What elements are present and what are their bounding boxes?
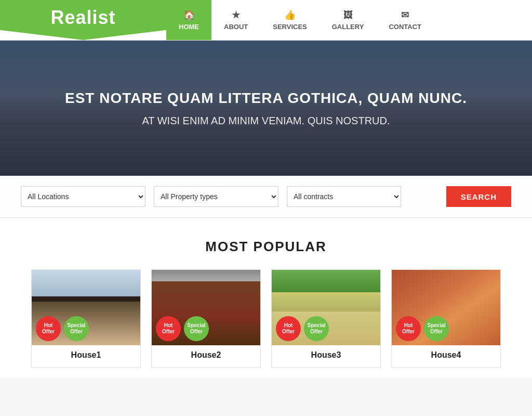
nav-home-label: HOME bbox=[179, 23, 199, 31]
nav-home[interactable]: 🏠 HOME bbox=[166, 0, 211, 40]
nav-about-label: ABOUT bbox=[224, 23, 248, 31]
nav-about[interactable]: ★ ABOUT bbox=[211, 0, 260, 40]
contact-icon: ✉ bbox=[401, 9, 409, 21]
property-name-1: House1 bbox=[38, 350, 134, 360]
services-icon: 👍 bbox=[284, 9, 296, 21]
locations-select[interactable]: All Locations bbox=[21, 186, 145, 207]
special-offer-badge-3: SpecialOffer bbox=[304, 316, 329, 341]
home-icon: 🏠 bbox=[183, 9, 195, 21]
most-popular-section: MOST POPULAR HotOffer SpecialOffer House… bbox=[0, 218, 532, 378]
badge-container-2: HotOffer SpecialOffer bbox=[156, 316, 209, 341]
hot-offer-badge-3: HotOffer bbox=[276, 316, 301, 341]
nav-gallery-label: GALLERY bbox=[332, 23, 364, 31]
section-title: MOST POPULAR bbox=[31, 239, 501, 255]
hot-offer-badge-1: HotOffer bbox=[36, 316, 61, 341]
badge-container-4: HotOffer SpecialOffer bbox=[396, 316, 449, 341]
nav-links: 🏠 HOME ★ ABOUT 👍 SERVICES 🖼 GALLERY ✉ CO… bbox=[166, 0, 532, 40]
hero-headline: EST NOTARE QUAM LITTERA GOTHICA, QUAM NU… bbox=[65, 90, 467, 107]
contracts-select[interactable]: All contracts bbox=[287, 186, 401, 207]
property-name-2: House2 bbox=[158, 350, 254, 360]
property-image-3: HotOffer SpecialOffer bbox=[272, 270, 380, 345]
hero-subheadline: AT WISI ENIM AD MINIM VENIAM. QUIS NOSTR… bbox=[65, 115, 467, 127]
nav-contact-label: CONTACT bbox=[389, 23, 421, 31]
property-image-2: HotOffer SpecialOffer bbox=[152, 270, 260, 345]
property-image-1: HotOffer SpecialOffer bbox=[32, 270, 140, 345]
logo-text: Realist bbox=[50, 7, 115, 29]
property-grid: HotOffer SpecialOffer House1 HotOffer Sp… bbox=[31, 269, 501, 368]
hot-offer-badge-4: HotOffer bbox=[396, 316, 421, 341]
special-offer-badge-4: SpecialOffer bbox=[424, 316, 449, 341]
property-info-4: House4 bbox=[392, 345, 500, 367]
property-info-2: House2 bbox=[152, 345, 260, 367]
property-card-1[interactable]: HotOffer SpecialOffer House1 bbox=[31, 269, 141, 368]
hero-content: EST NOTARE QUAM LITTERA GOTHICA, QUAM NU… bbox=[65, 90, 467, 127]
property-card-4[interactable]: HotOffer SpecialOffer House4 bbox=[391, 269, 501, 368]
special-offer-badge-1: SpecialOffer bbox=[64, 316, 89, 341]
search-button[interactable]: SEARCH bbox=[446, 186, 511, 207]
property-card-3[interactable]: HotOffer SpecialOffer House3 bbox=[271, 269, 381, 368]
property-types-select[interactable]: All Property types bbox=[154, 186, 278, 207]
property-card-2[interactable]: HotOffer SpecialOffer House2 bbox=[151, 269, 261, 368]
property-name-4: House4 bbox=[398, 350, 494, 360]
hero-section: EST NOTARE QUAM LITTERA GOTHICA, QUAM NU… bbox=[0, 41, 532, 176]
property-info-1: House1 bbox=[32, 345, 140, 367]
nav-services-label: SERVICES bbox=[273, 23, 307, 31]
property-image-4: HotOffer SpecialOffer bbox=[392, 270, 500, 345]
nav-contact[interactable]: ✉ CONTACT bbox=[376, 0, 434, 40]
badge-container-1: HotOffer SpecialOffer bbox=[36, 316, 89, 341]
logo[interactable]: Realist bbox=[0, 0, 166, 40]
gallery-icon: 🖼 bbox=[343, 10, 353, 21]
navbar: Realist 🏠 HOME ★ ABOUT 👍 SERVICES 🖼 GALL… bbox=[0, 0, 532, 41]
special-offer-badge-2: SpecialOffer bbox=[184, 316, 209, 341]
nav-gallery[interactable]: 🖼 GALLERY bbox=[320, 0, 377, 40]
hot-offer-badge-2: HotOffer bbox=[156, 316, 181, 341]
property-name-3: House3 bbox=[278, 350, 374, 360]
about-icon: ★ bbox=[232, 9, 240, 21]
nav-services[interactable]: 👍 SERVICES bbox=[260, 0, 320, 40]
property-info-3: House3 bbox=[272, 345, 380, 367]
badge-container-3: HotOffer SpecialOffer bbox=[276, 316, 329, 341]
search-bar: All Locations All Property types All con… bbox=[0, 176, 532, 218]
